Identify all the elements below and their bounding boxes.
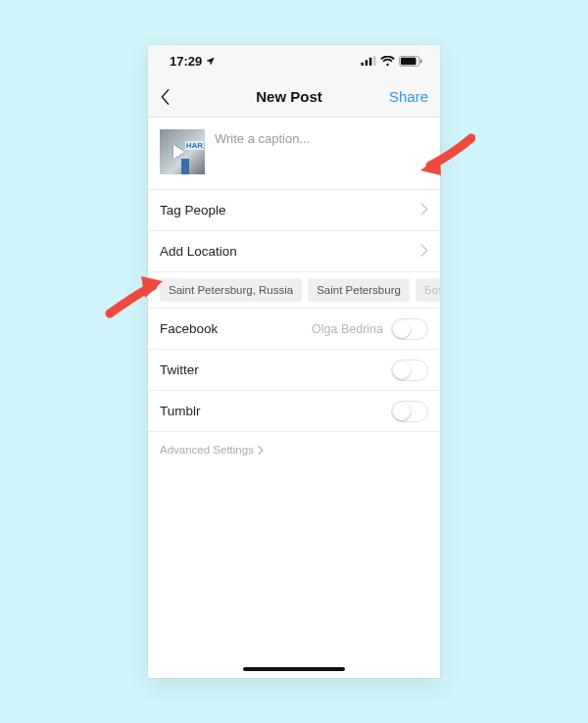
share-facebook-label: Facebook xyxy=(160,321,218,336)
phone-frame: 17:29 xyxy=(148,45,440,678)
svg-rect-2 xyxy=(369,58,372,66)
share-tumblr-toggle[interactable] xyxy=(391,401,428,422)
tag-people-row[interactable]: Tag People xyxy=(148,190,440,231)
add-location-label: Add Location xyxy=(160,244,237,259)
share-facebook-account: Olga Bedrina xyxy=(312,322,383,336)
location-services-icon xyxy=(205,56,216,67)
chevron-right-icon xyxy=(420,203,428,218)
chevron-right-icon xyxy=(420,244,428,260)
tag-people-label: Tag People xyxy=(160,203,226,217)
wifi-icon xyxy=(380,56,395,67)
caption-row: HAR Write a caption... xyxy=(148,118,440,190)
advanced-settings-link[interactable]: Advanced Settings xyxy=(148,432,440,467)
status-time: 17:29 xyxy=(170,54,202,69)
home-indicator[interactable] xyxy=(243,667,345,671)
back-button[interactable] xyxy=(160,88,199,106)
caption-input[interactable]: Write a caption... xyxy=(215,129,428,177)
svg-rect-5 xyxy=(401,57,416,64)
play-icon xyxy=(173,145,184,159)
add-location-row[interactable]: Add Location xyxy=(148,231,440,272)
status-bar: 17:29 xyxy=(148,45,440,76)
battery-icon xyxy=(399,56,422,67)
share-facebook-row: Facebook Olga Bedrina xyxy=(148,309,440,350)
page-title: New Post xyxy=(256,88,322,105)
share-twitter-toggle[interactable] xyxy=(391,360,428,381)
post-thumbnail[interactable]: HAR xyxy=(160,129,205,174)
svg-rect-1 xyxy=(366,60,368,66)
cellular-signal-icon xyxy=(361,56,376,66)
thumbnail-overlay-text: HAR xyxy=(185,141,204,150)
nav-bar: New Post Share xyxy=(148,76,440,118)
chevron-left-icon xyxy=(160,88,172,106)
share-twitter-row: Twitter xyxy=(148,350,440,391)
share-tumblr-label: Tumblr xyxy=(160,404,201,418)
location-chip[interactable]: Бот xyxy=(416,278,440,302)
share-facebook-toggle[interactable] xyxy=(391,318,428,340)
svg-rect-6 xyxy=(420,59,422,63)
share-tumblr-row: Tumblr xyxy=(148,391,440,432)
svg-rect-0 xyxy=(362,63,365,66)
advanced-settings-label: Advanced Settings xyxy=(160,444,254,456)
location-chip[interactable]: Saint Petersburg, Russia xyxy=(160,278,302,302)
share-button[interactable]: Share xyxy=(379,88,428,105)
location-chip[interactable]: Saint Petersburg xyxy=(308,278,410,302)
svg-rect-3 xyxy=(373,56,376,66)
chevron-right-icon xyxy=(258,446,264,455)
share-twitter-label: Twitter xyxy=(160,362,199,377)
location-suggestions: Saint Petersburg, Russia Saint Petersbur… xyxy=(148,272,440,309)
